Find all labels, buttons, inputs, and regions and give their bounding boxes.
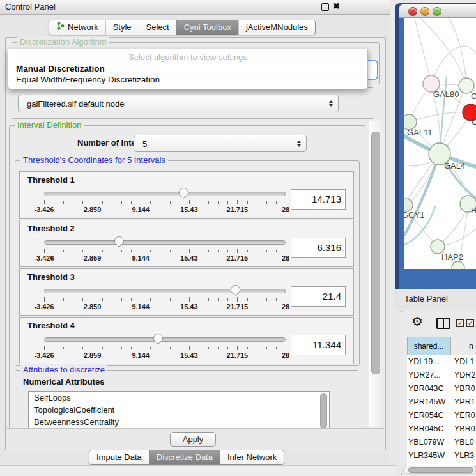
slider-thumb[interactable] (114, 236, 125, 248)
table-row[interactable]: YDR27...YDR2 (407, 369, 476, 382)
minimize-light[interactable] (420, 7, 429, 16)
table-data-combobox[interactable]: galFiltered.sif default node (18, 95, 339, 112)
table-horizontal-scrollbar-thumb[interactable] (408, 467, 473, 473)
numerical-attributes-list[interactable]: SelfLoopsTopologicalCoefficientBetweenne… (28, 391, 330, 428)
table-row[interactable]: YER054CYER0 (407, 409, 476, 422)
columns-icon[interactable] (436, 318, 450, 329)
tab-label: Network (68, 20, 98, 35)
slider-track[interactable] (44, 240, 286, 245)
slider-thumb[interactable] (230, 284, 241, 296)
table-cell-shared-name[interactable]: YER054C (407, 409, 450, 422)
table-cell-name[interactable]: YBR0 (450, 382, 475, 395)
tab-select[interactable]: Select (139, 20, 176, 35)
network-edge (409, 112, 471, 122)
popup-option-equal-width-frequency-discretization[interactable]: Equal Width/Frequency Discretization (8, 74, 367, 85)
number-of-intervals-combobox[interactable]: 5 (134, 135, 307, 152)
tab-infer-network[interactable]: Infer Network (220, 450, 284, 464)
axis-tick-label: 9.144 (132, 254, 150, 262)
table-cell-name[interactable]: YDL1 (450, 355, 474, 369)
table-cell-name[interactable]: YER0 (450, 409, 475, 422)
axis-tick-label: 21.715 (227, 206, 249, 213)
table-row[interactable]: YDL19...YDL1 (407, 355, 476, 369)
tab-label: Infer Network (227, 450, 277, 464)
slider-thumb[interactable] (178, 187, 189, 199)
attribute-list-item[interactable]: TopologicalCoefficient (29, 404, 329, 416)
table-cell-name[interactable]: YBL0 (450, 436, 474, 449)
table-cell-shared-name[interactable]: YBR043C (407, 382, 450, 395)
tab-style[interactable]: Style (105, 20, 139, 35)
table-cell-name[interactable]: YLR3 (450, 449, 474, 463)
attribute-list-item[interactable]: SelfLoops (29, 392, 329, 404)
table-cell-name[interactable]: YDR2 (450, 369, 475, 382)
table-data-value: galFiltered.sif default node (27, 99, 124, 109)
threshold-value-field[interactable]: 11.344 (291, 335, 346, 355)
axis-tick-label: 21.715 (227, 303, 249, 311)
table-panel: ⚙ ✓ ✓ shared...n YDL19...YDL1YDR27...YDR… (401, 311, 476, 475)
table-row[interactable]: YLR345WYLR3 (407, 449, 476, 463)
threshold-row: -3.4262.8599.14415.4321.715286.316 (26, 236, 347, 264)
table-column-header-shared[interactable]: shared... (407, 337, 450, 355)
tab-jactivemnodules[interactable]: jActiveMNodules (238, 20, 315, 35)
settings-scrollbar[interactable] (369, 121, 382, 427)
threshold-slider[interactable]: -3.4262.8599.14415.4321.71528 (44, 333, 286, 360)
list-scrollbar-thumb[interactable] (320, 393, 327, 428)
network-icon (56, 20, 65, 35)
list-scrollbar[interactable] (320, 393, 327, 428)
table-cell-shared-name[interactable]: YBR045C (407, 422, 450, 436)
table-column-header-n[interactable]: n (450, 337, 476, 355)
tab-impute-data[interactable]: Impute Data (89, 450, 149, 464)
control-panel-titlebar: Control Panel ✖ (0, 0, 390, 15)
threshold-value-field[interactable]: 6.316 (291, 238, 346, 258)
table-cell-shared-name[interactable]: YBL079W (407, 436, 450, 449)
settings-scrollbar-thumb[interactable] (371, 132, 380, 374)
network-node-label: GAL11 (407, 128, 433, 137)
table-row[interactable]: YBR045CYBR0 (407, 422, 476, 436)
axis-tick-label: 9.144 (132, 206, 150, 213)
table-cell-shared-name[interactable]: YDR27... (407, 369, 450, 382)
table-cell-shared-name[interactable]: YDL19... (407, 355, 450, 369)
table-cell-shared-name[interactable]: YPR145W (407, 395, 450, 409)
axis-tick-label: -3.426 (34, 303, 54, 311)
table-cell-name[interactable]: YBR0 (450, 422, 475, 436)
table-row[interactable]: YPR145WYPR1 (407, 395, 476, 409)
apply-button[interactable]: Apply (170, 432, 216, 447)
network-window-titlebar[interactable] (399, 4, 476, 18)
threshold-panel: Threshold 2-3.4262.8599.14415.4321.71528… (19, 220, 354, 267)
slider-track[interactable] (44, 337, 286, 342)
threshold-value-field[interactable]: 21.4 (291, 286, 346, 307)
attribute-list-item[interactable]: BetweennessCentrality (29, 416, 329, 428)
zoom-light[interactable] (433, 7, 441, 16)
popup-option-manual-discretization[interactable]: Manual Discretization (8, 63, 367, 74)
table-row[interactable]: YBR043CYBR0 (407, 382, 476, 395)
axis-tick-label: 15.43 (180, 351, 198, 359)
application-window: Control Panel ✖ NetworkStyleSelectCyni T… (0, 0, 476, 476)
table-cell-name[interactable]: YPR1 (450, 395, 475, 409)
table-cell-shared-name[interactable]: YLR345W (407, 449, 450, 463)
threshold-slider[interactable]: -3.4262.8599.14415.4321.71528 (44, 284, 286, 311)
axis-tick-label: 2.859 (84, 351, 102, 359)
close-icon[interactable]: ✖ (333, 1, 340, 11)
interval-definition-group: Interval Definition Number of Intervals … (9, 125, 365, 428)
slider-thumb[interactable] (153, 333, 164, 345)
threshold-value-field[interactable]: 14.713 (291, 189, 346, 210)
network-node-gcy1[interactable] (404, 199, 413, 211)
tab-network[interactable]: Network (49, 20, 105, 35)
float-window-icon[interactable] (321, 3, 329, 11)
tab-discretize-data[interactable]: Discretize Data (149, 450, 220, 464)
network-node-label: G. (471, 91, 476, 101)
threshold-slider[interactable]: -3.4262.8599.14415.4321.71528 (44, 187, 286, 214)
slider-track[interactable] (44, 192, 286, 196)
table-panel-title: Table Panel (404, 294, 448, 303)
tab-cyni-toolbox[interactable]: Cyni Toolbox (176, 20, 238, 35)
close-light[interactable] (408, 7, 417, 16)
checkbox-icon[interactable]: ✓ (466, 319, 474, 327)
network-canvas[interactable]: GAL80G.CGAL11GAL4GCY1HHAP2 (404, 18, 476, 269)
threshold-slider[interactable]: -3.4262.8599.14415.4321.71528 (44, 236, 286, 263)
slider-track[interactable] (44, 289, 286, 293)
table-row[interactable]: YBL079WYBL0 (407, 436, 476, 449)
gear-icon[interactable]: ⚙ (411, 314, 423, 329)
table-horizontal-scrollbar[interactable] (403, 466, 476, 474)
settings-scroll-viewport: Interval Definition Number of Intervals … (6, 120, 385, 428)
checkbox-icon[interactable]: ✓ (456, 319, 464, 327)
network-node-hap2[interactable] (431, 240, 445, 254)
